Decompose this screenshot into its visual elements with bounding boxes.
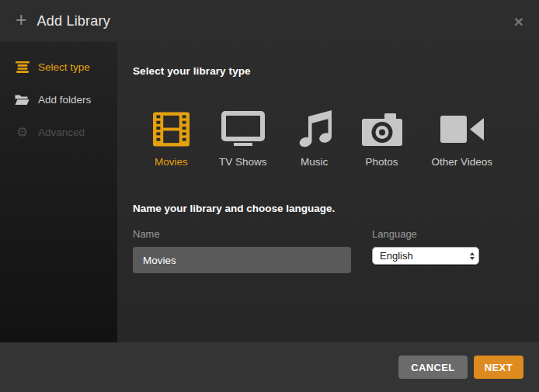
video-camera-icon (440, 109, 484, 149)
language-select-value: English (380, 250, 413, 262)
library-type-movies[interactable]: Movies (153, 109, 190, 168)
sidebar-item-label: Select type (38, 61, 90, 73)
main-content: Select your library type (117, 42, 539, 342)
section-title: Select your library type (133, 65, 539, 77)
library-type-label: Music (301, 156, 328, 168)
library-type-photos[interactable]: Photos (362, 109, 402, 168)
library-type-other-videos[interactable]: Other Videos (432, 109, 493, 168)
library-type-label: Other Videos (432, 156, 493, 168)
select-stepper-icon (470, 252, 475, 260)
camera-icon (362, 109, 402, 149)
language-field-label: Language (372, 228, 479, 240)
gear-icon: ⚙ (15, 126, 30, 139)
dialog-header: + Add Library × (0, 0, 539, 42)
movies-filmstrip-icon (153, 109, 190, 149)
sidebar-item-add-folders[interactable]: Add folders (0, 83, 117, 116)
library-type-row: Movies TV Shows (133, 109, 539, 168)
sidebar-item-select-type[interactable]: Select type (0, 50, 117, 83)
add-library-dialog: + Add Library × Select type (0, 0, 539, 392)
library-name-input[interactable] (133, 247, 351, 273)
folder-icon (15, 94, 30, 106)
library-type-tv-shows[interactable]: TV Shows (219, 109, 267, 168)
tv-icon (221, 109, 265, 149)
dialog-title: Add Library (37, 13, 110, 29)
select-type-icon (15, 61, 30, 73)
language-select[interactable]: English (372, 247, 479, 265)
library-type-label: TV Shows (219, 156, 267, 168)
dialog-footer: CANCEL NEXT (0, 342, 539, 392)
sidebar-item-label: Advanced (38, 127, 85, 138)
music-note-icon (297, 109, 332, 149)
library-type-label: Photos (366, 156, 398, 168)
sidebar: Select type Add folders ⚙ Advanced (0, 42, 117, 342)
cancel-button[interactable]: CANCEL (398, 356, 468, 379)
plus-icon: + (16, 11, 27, 29)
sidebar-item-label: Add folders (38, 94, 91, 106)
name-field-label: Name (133, 228, 351, 240)
sidebar-item-advanced: ⚙ Advanced (0, 116, 117, 148)
library-type-music[interactable]: Music (297, 109, 332, 168)
close-icon[interactable]: × (514, 13, 523, 29)
library-type-label: Movies (155, 156, 188, 168)
next-button[interactable]: NEXT (474, 356, 523, 379)
form-fields: Name Language English (133, 228, 539, 273)
name-section-title: Name your library and choose language. (133, 203, 539, 214)
